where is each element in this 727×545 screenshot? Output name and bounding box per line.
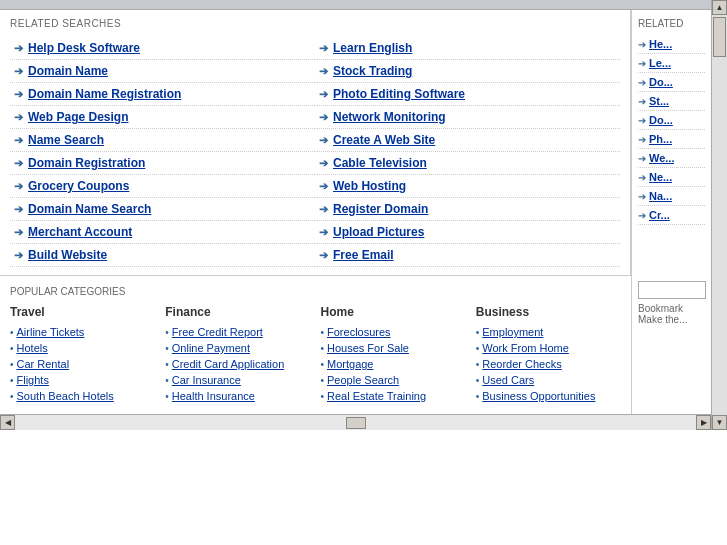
category-link[interactable]: Health Insurance	[172, 390, 255, 402]
arrow-icon: ➔	[638, 77, 646, 88]
category-title-business: Business	[476, 305, 621, 319]
list-item: ➔ Merchant Account	[10, 221, 315, 244]
related-link[interactable]: Grocery Coupons	[28, 179, 129, 193]
popular-main: POPULAR CATEGORIES Travel Airline Ticket…	[0, 275, 631, 414]
top-bar	[0, 0, 711, 10]
related-link[interactable]: Domain Name	[28, 64, 108, 78]
arrow-icon: ➔	[319, 111, 328, 124]
arrow-icon: ➔	[319, 157, 328, 170]
list-item: ➔ Domain Name Search	[10, 198, 315, 221]
category-link[interactable]: People Search	[327, 374, 399, 386]
arrow-icon: ➔	[319, 65, 328, 78]
sidebar-related-link[interactable]: St...	[649, 95, 669, 107]
category-link[interactable]: Mortgage	[327, 358, 373, 370]
arrow-icon: ➔	[319, 134, 328, 147]
arrow-icon: ➔	[14, 226, 23, 239]
scroll-track[interactable]	[15, 415, 696, 430]
list-item: ➔ Ne...	[638, 168, 705, 187]
arrow-icon: ➔	[14, 249, 23, 262]
related-link[interactable]: Name Search	[28, 133, 104, 147]
list-item: ➔ Na...	[638, 187, 705, 206]
horizontal-scrollbar[interactable]: ◀ ▶	[0, 414, 711, 430]
sidebar-related-link[interactable]: Le...	[649, 57, 671, 69]
related-link[interactable]: Web Page Design	[28, 110, 128, 124]
sidebar-related-link[interactable]: Ph...	[649, 133, 672, 145]
category-link[interactable]: Flights	[17, 374, 49, 386]
sidebar-related-link[interactable]: Cr...	[649, 209, 670, 221]
category-link[interactable]: Online Payment	[172, 342, 250, 354]
sidebar-related-link[interactable]: Do...	[649, 114, 673, 126]
related-main-panel: RELATED SEARCHES ➔ Help Desk Software ➔ …	[0, 10, 631, 275]
category-link[interactable]: Used Cars	[482, 374, 534, 386]
related-link[interactable]: Stock Trading	[333, 64, 412, 78]
sidebar-related-link[interactable]: We...	[649, 152, 674, 164]
vertical-scrollbar[interactable]: ▲ ▼	[711, 0, 727, 430]
arrow-icon: ➔	[14, 134, 23, 147]
list-item: ➔ Stock Trading	[315, 60, 620, 83]
category-link[interactable]: Foreclosures	[327, 326, 391, 338]
list-item: Business Opportunities	[476, 388, 621, 404]
category-link[interactable]: Reorder Checks	[482, 358, 561, 370]
arrow-icon: ➔	[638, 210, 646, 221]
related-link[interactable]: Network Monitoring	[333, 110, 446, 124]
category-link[interactable]: Employment	[482, 326, 543, 338]
arrow-icon: ➔	[638, 39, 646, 50]
sidebar-related-link[interactable]: He...	[649, 38, 672, 50]
list-item: South Beach Hotels	[10, 388, 155, 404]
related-link[interactable]: Build Website	[28, 248, 107, 262]
related-link[interactable]: Photo Editing Software	[333, 87, 465, 101]
category-link[interactable]: South Beach Hotels	[17, 390, 114, 402]
category-link[interactable]: Airline Tickets	[17, 326, 85, 338]
list-item: Used Cars	[476, 372, 621, 388]
related-link[interactable]: Free Email	[333, 248, 394, 262]
related-link[interactable]: Create A Web Site	[333, 133, 435, 147]
bookmark-input[interactable]	[638, 281, 706, 299]
scroll-up-arrow[interactable]: ▲	[712, 0, 727, 15]
category-link[interactable]: Business Opportunities	[482, 390, 595, 402]
list-item: ➔ Upload Pictures	[315, 221, 620, 244]
category-link[interactable]: Hotels	[17, 342, 48, 354]
sidebar-related-link[interactable]: Na...	[649, 190, 672, 202]
category-title-finance: Finance	[165, 305, 310, 319]
category-link[interactable]: Credit Card Application	[172, 358, 285, 370]
scroll-thumb-vertical[interactable]	[713, 17, 726, 57]
category-link[interactable]: Car Rental	[17, 358, 70, 370]
related-link[interactable]: Help Desk Software	[28, 41, 140, 55]
category-link[interactable]: Real Estate Training	[327, 390, 426, 402]
related-searches-label: RELATED SEARCHES	[10, 18, 620, 29]
list-item: ➔ St...	[638, 92, 705, 111]
list-item: Houses For Sale	[321, 340, 466, 356]
arrow-icon: ➔	[319, 249, 328, 262]
list-item: Employment	[476, 324, 621, 340]
related-link[interactable]: Merchant Account	[28, 225, 132, 239]
list-item: ➔ Create A Web Site	[315, 129, 620, 152]
category-link[interactable]: Houses For Sale	[327, 342, 409, 354]
list-item: ➔ Web Page Design	[10, 106, 315, 129]
related-link[interactable]: Web Hosting	[333, 179, 406, 193]
scroll-down-arrow[interactable]: ▼	[712, 415, 727, 430]
scroll-thumb[interactable]	[346, 417, 366, 429]
category-link[interactable]: Work From Home	[482, 342, 569, 354]
sidebar-related-link[interactable]: Ne...	[649, 171, 672, 183]
related-link[interactable]: Learn English	[333, 41, 412, 55]
list-item: People Search	[321, 372, 466, 388]
scroll-right-arrow[interactable]: ▶	[696, 415, 711, 430]
popular-categories-section: POPULAR CATEGORIES Travel Airline Ticket…	[0, 275, 631, 414]
related-link[interactable]: Domain Registration	[28, 156, 145, 170]
related-link[interactable]: Upload Pictures	[333, 225, 424, 239]
category-title-travel: Travel	[10, 305, 155, 319]
related-link[interactable]: Register Domain	[333, 202, 428, 216]
category-title-home: Home	[321, 305, 466, 319]
scroll-left-arrow[interactable]: ◀	[0, 415, 15, 430]
related-link[interactable]: Cable Television	[333, 156, 427, 170]
related-link[interactable]: Domain Name Registration	[28, 87, 181, 101]
category-link[interactable]: Free Credit Report	[172, 326, 263, 338]
list-item: ➔ Register Domain	[315, 198, 620, 221]
sidebar-related-link[interactable]: Do...	[649, 76, 673, 88]
category-link[interactable]: Car Insurance	[172, 374, 241, 386]
related-link[interactable]: Domain Name Search	[28, 202, 151, 216]
list-item: ➔ Web Hosting	[315, 175, 620, 198]
popular-categories-label: POPULAR CATEGORIES	[10, 286, 621, 297]
list-item: ➔ Do...	[638, 73, 705, 92]
related-sidebar-panel: RELATED ➔ He... ➔ Le... ➔ Do... ➔ St...	[631, 10, 711, 275]
